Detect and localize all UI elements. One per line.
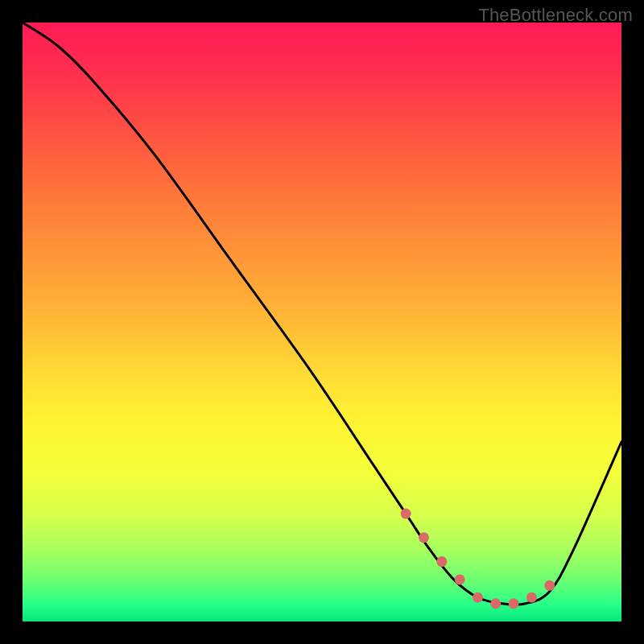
highlight-dot bbox=[401, 509, 411, 519]
plot-svg bbox=[23, 23, 621, 621]
watermark-text: TheBottleneck.com bbox=[478, 5, 633, 26]
highlight-dot bbox=[526, 592, 537, 603]
highlight-dot bbox=[419, 532, 429, 543]
highlight-dot bbox=[509, 598, 519, 609]
highlight-dot bbox=[436, 556, 447, 567]
highlight-dot bbox=[490, 598, 501, 609]
highlight-dots bbox=[401, 509, 555, 609]
curve-line bbox=[23, 23, 621, 605]
chart-frame: TheBottleneck.com bbox=[0, 0, 644, 644]
highlight-dot bbox=[473, 592, 483, 603]
highlight-dot bbox=[455, 574, 465, 584]
highlight-dot bbox=[544, 580, 555, 591]
